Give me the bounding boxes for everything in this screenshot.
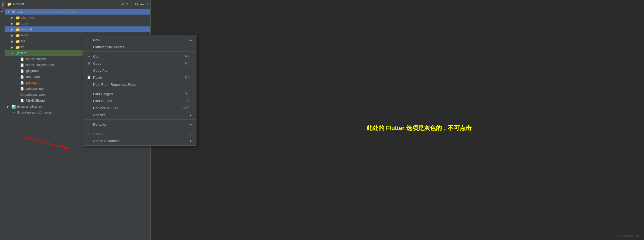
arrow-test: ▼ (11, 52, 15, 55)
tab-number: 1 (146, 2, 148, 6)
arrow-external-libs: ▶ (7, 105, 10, 108)
menu-item-path-from-repo[interactable]: Path From Repository Root (83, 81, 196, 88)
menu-item-find-files[interactable]: Find in Files... ^G (83, 97, 196, 104)
find-usages-shortcut: ⌘1 (185, 92, 190, 96)
sidebar-panel-label: Project (1, 2, 4, 12)
menu-item-find-usages[interactable]: Find Usages ⌘1 (83, 90, 196, 97)
test-icon: 🧪 (16, 51, 20, 55)
readme-icon: 📄 (20, 98, 24, 103)
editor-area: 此处的 Flutter 选项是灰色的，不可点击 CSDN @Allen Su (151, 0, 644, 240)
add-icon[interactable]: ⊕ (121, 2, 124, 6)
sidebar-panel: Project (0, 0, 5, 240)
build-label: build (21, 33, 28, 37)
separator-4 (83, 129, 196, 129)
menu-flutter-label: Flutter (93, 132, 103, 136)
external-libs-icon: 📊 (11, 104, 16, 109)
menu-refactor-label: Refactor (93, 122, 106, 126)
menu-new-label: New (93, 38, 100, 42)
menu-find-usages-label: Find Usages (93, 92, 113, 96)
metadata-icon: 📄 (20, 75, 24, 79)
separator-1 (83, 52, 196, 52)
arrow-lib: ▶ (11, 46, 15, 49)
red-arrow-annotation (18, 132, 78, 154)
lib-icon: 📁 (16, 45, 20, 49)
menu-item-new[interactable]: New (83, 36, 196, 43)
flutter-plugins-depe-icon: 📄 (20, 63, 24, 67)
root-path: ~/Documents/Dev/code/flutter/zhiji_app (25, 10, 77, 13)
arrow-idea: ▶ (11, 22, 15, 25)
packages-label: .packages (25, 81, 40, 85)
root-label: .app (17, 10, 23, 13)
arrow-dart-tool: ▶ (11, 16, 15, 19)
tree-item-dart-tool[interactable]: ▶ 📁 .dart_tool (5, 15, 150, 20)
flutter-icon (87, 132, 91, 136)
idea-label: .idea (21, 22, 28, 25)
arrow-root: ▼ (7, 10, 10, 13)
scratches-icon: ✏ (11, 110, 16, 115)
project-folder-icon: 📁 (7, 2, 12, 6)
layout-icon[interactable]: ≡ (126, 2, 128, 6)
menu-item-copy[interactable]: ⧉ Copy ⌘C (83, 60, 196, 67)
menu-replace-files-label: Replace in Files... (93, 106, 121, 110)
ios-label: ios (21, 39, 25, 43)
gitignore-icon: 📄 (20, 69, 24, 73)
paste-icon: 📋 (87, 76, 91, 79)
menu-paste-label: Paste (93, 76, 102, 80)
menu-copy-path-label: Copy Path... (93, 68, 113, 73)
paste-shortcut: ⌘V (184, 76, 190, 79)
context-menu: New Flutter: Sync Assets ✂ Cut ⌘X ⧉ Copy (83, 35, 196, 146)
arrow-ios: ▶ (11, 40, 15, 43)
android-label: android (21, 28, 32, 31)
external-libs-label: External Libraries (17, 105, 42, 108)
idea-icon: 📁 (16, 21, 20, 26)
menu-analyze-label: Analyze (93, 113, 106, 117)
tree-item-android[interactable]: ▶ 📁 android (5, 26, 150, 32)
menu-item-paste[interactable]: 📋 Paste ⌘V (83, 74, 196, 81)
svg-line-0 (21, 137, 67, 148)
menu-add-favorites-label: Add to Favorites (93, 139, 119, 143)
menu-item-analyze[interactable]: Analyze (83, 111, 196, 118)
flutter-plugins-depe-label: .flutter-plugins-depe... (25, 63, 57, 67)
separator-2 (83, 89, 196, 89)
menu-item-add-to-favorites[interactable]: Add to Favorites (83, 137, 196, 144)
lib-label: lib (21, 45, 24, 49)
copy-icon: ⧉ (87, 61, 91, 65)
ios-icon: 📁 (16, 39, 20, 43)
menu-item-replace-files[interactable]: Replace in Files... ⇧⌘R (83, 104, 196, 111)
menu-cut-label: Cut (93, 54, 99, 59)
test-label: test (21, 51, 26, 55)
cut-icon: ✂ (87, 54, 91, 58)
minimize-icon[interactable]: — (140, 2, 144, 6)
cut-shortcut: ⌘X (184, 54, 190, 58)
tree-item-idea[interactable]: ▶ 📁 .idea (5, 20, 150, 26)
dart-tool-label: .dart_tool (21, 16, 35, 19)
find-files-shortcut: ^G (186, 99, 190, 103)
menu-item-cut[interactable]: ✂ Cut ⌘X (83, 53, 196, 60)
menu-flutter-sync-label: Flutter: Sync Assets (93, 45, 124, 49)
root-icon: ⚡ (11, 9, 16, 14)
arrow-build: ▶ (11, 34, 15, 37)
replace-files-shortcut: ⇧⌘R (181, 106, 190, 110)
pubspec-lock-label: pubspec.lock (25, 87, 44, 91)
menu-item-refactor[interactable]: Refactor (83, 121, 196, 128)
dart-tool-icon: 📁 (16, 15, 20, 20)
menu-item-copy-path[interactable]: Copy Path... (83, 67, 196, 74)
pubspec-yaml-icon: YML (20, 92, 24, 97)
arrow-android: ▶ (11, 28, 15, 31)
menu-path-repo-label: Path From Repository Root (93, 83, 136, 87)
tree-item-root[interactable]: ▼ ⚡ .app ~/Documents/Dev/code/flutter/zh… (5, 9, 150, 15)
menu-item-flutter[interactable]: Flutter (83, 130, 196, 137)
project-header: 📁 Project ⊕ ≡ ⇅ ⚙ — 1 (5, 0, 150, 8)
flutter-plugins-label: .flutter-plugins (25, 57, 46, 61)
gitignore-label: .gitignore (25, 69, 39, 73)
watermark: CSDN @Allen Su (616, 235, 640, 238)
settings-icon[interactable]: ⚙ (135, 2, 138, 6)
menu-find-files-label: Find in Files... (93, 99, 115, 103)
build-icon: 📁 (16, 33, 20, 37)
metadata-label: .metadata (25, 75, 40, 79)
menu-item-flutter-sync[interactable]: Flutter: Sync Assets (83, 43, 196, 50)
menu-copy-label: Copy (93, 61, 101, 66)
copy-shortcut: ⌘C (184, 61, 190, 65)
packages-icon: 📄 (20, 81, 24, 85)
layout2-icon[interactable]: ⇅ (130, 2, 133, 6)
